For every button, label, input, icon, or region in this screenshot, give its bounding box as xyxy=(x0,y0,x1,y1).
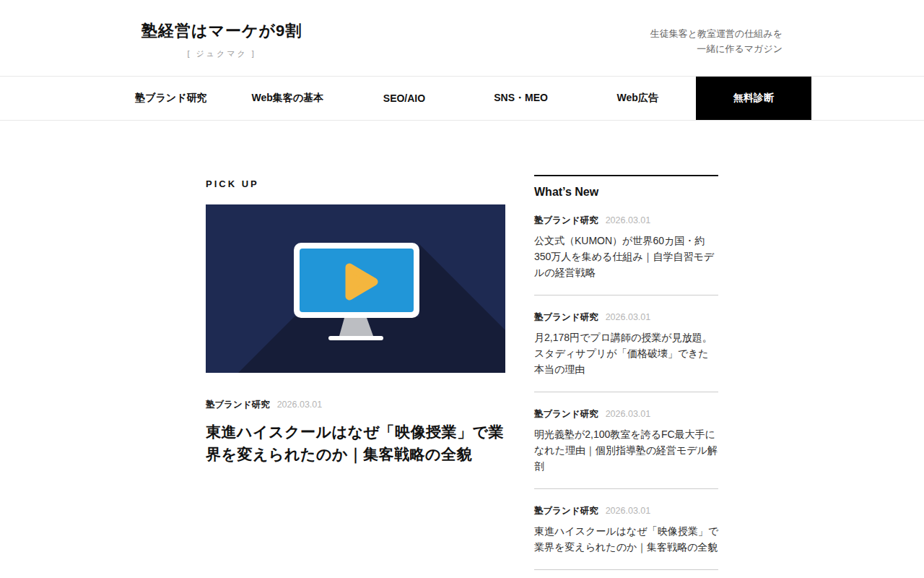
list-item[interactable]: 塾ブランド研究 2026.03.01 明光義塾が2,100教室を誇るFC最大手に… xyxy=(534,392,718,489)
whats-new-heading: What’s New xyxy=(534,186,718,199)
site-brand[interactable]: 塾経営はマーケが9割 [ ジュクマク ] xyxy=(141,20,302,59)
list-item-date: 2026.03.01 xyxy=(606,409,651,419)
list-item-category: 塾ブランド研究 xyxy=(534,215,598,227)
nav-item-web-ads[interactable]: Web広告 xyxy=(579,77,696,120)
site-tagline-line2: 一緒に作るマガジン xyxy=(650,41,783,56)
list-item-category: 塾ブランド研究 xyxy=(534,408,598,420)
whats-new-sidebar: What’s New 塾ブランド研究 2026.03.01 公文式（KUMON）… xyxy=(534,175,718,570)
list-item-date: 2026.03.01 xyxy=(606,215,651,225)
site-title[interactable]: 塾経営はマーケが9割 xyxy=(141,20,302,42)
nav-item-sns-meo[interactable]: SNS・MEO xyxy=(463,77,580,120)
site-tagline-line1: 生徒集客と教室運営の仕組みを xyxy=(650,26,783,41)
site-tagline: 生徒集客と教室運営の仕組みを 一緒に作るマガジン xyxy=(650,20,783,56)
featured-category-label: 塾ブランド研究 xyxy=(206,399,270,411)
featured-article-image[interactable] xyxy=(206,204,505,373)
list-item-meta: 塾ブランド研究 2026.03.01 xyxy=(534,408,718,420)
featured-article-meta: 塾ブランド研究 2026.03.01 xyxy=(206,399,505,411)
list-item-category: 塾ブランド研究 xyxy=(534,505,598,517)
featured-article-title[interactable]: 東進ハイスクールはなぜ「映像授業」で業界を変えられたのか｜集客戦略の全貌 xyxy=(206,420,505,465)
list-item-category: 塾ブランド研究 xyxy=(534,311,598,324)
list-item[interactable]: 塾ブランド研究 2026.03.01 公文式（KUMON）が世界60カ国・約35… xyxy=(534,199,718,296)
list-item[interactable]: 塾ブランド研究 2026.03.01 月2,178円でプロ講師の授業が見放題。ス… xyxy=(534,296,718,392)
list-item-date: 2026.03.01 xyxy=(606,312,651,322)
list-item-meta: 塾ブランド研究 2026.03.01 xyxy=(534,311,718,324)
list-item-title[interactable]: 月2,178円でプロ講師の授業が見放題。スタディサプリが「価格破壊」できた本当の… xyxy=(534,329,718,377)
site-header: 塾経営はマーケが9割 [ ジュクマク ] 生徒集客と教室運営の仕組みを 一緒に作… xyxy=(0,0,924,76)
list-item-title[interactable]: 公文式（KUMON）が世界60カ国・約350万人を集める仕組み｜自学自習モデルの… xyxy=(534,233,718,280)
list-item[interactable]: 塾ブランド研究 2026.03.01 東進ハイスクールはなぜ「映像授業」で業界を… xyxy=(534,489,718,570)
list-item-meta: 塾ブランド研究 2026.03.01 xyxy=(534,505,718,517)
list-item-meta: 塾ブランド研究 2026.03.01 xyxy=(534,215,718,227)
list-item-date: 2026.03.01 xyxy=(606,506,651,516)
main-content: PICK UP 塾ブランド研究 2026.03.01 東進ハイスクールはなぜ「映… xyxy=(206,175,718,570)
nav-item-brand-research[interactable]: 塾ブランド研究 xyxy=(113,77,230,120)
list-item-title[interactable]: 東進ハイスクールはなぜ「映像授業」で業界を変えられたのか｜集客戦略の全貌 xyxy=(534,523,718,555)
nav-item-seo-aio[interactable]: SEO/AIO xyxy=(346,77,463,120)
pickup-label: PICK UP xyxy=(206,178,505,189)
list-item-title[interactable]: 明光義塾が2,100教室を誇るFC最大手になれた理由｜個別指導塾の経営モデル解剖 xyxy=(534,426,718,474)
free-diagnosis-button[interactable]: 無料診断 xyxy=(696,77,811,120)
site-subtitle: [ ジュクマク ] xyxy=(141,48,302,59)
main-nav: 塾ブランド研究 Web集客の基本 SEO/AIO SNS・MEO Web広告 無… xyxy=(0,76,924,121)
nav-item-web-basics[interactable]: Web集客の基本 xyxy=(230,77,346,120)
featured-date: 2026.03.01 xyxy=(277,400,323,410)
monitor-base xyxy=(328,336,383,340)
pickup-section: PICK UP 塾ブランド研究 2026.03.01 東進ハイスクールはなぜ「映… xyxy=(206,175,505,465)
